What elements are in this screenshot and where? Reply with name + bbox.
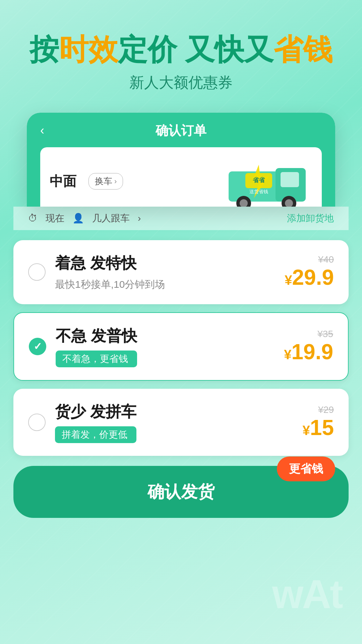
radio-express[interactable] — [28, 263, 46, 281]
change-car-button[interactable]: 换车 › — [88, 173, 123, 190]
svg-text:省省: 省省 — [253, 177, 265, 183]
card-nav: ‹ 确认订单 — [40, 122, 322, 139]
option-express-desc: 最快1秒接单,10分钟到场 — [55, 278, 165, 291]
header-section: 按时效定价 又快又省钱 新人大额优惠券 — [0, 0, 362, 106]
option-express-value: 29.9 — [292, 265, 334, 289]
option-carpool-left: 货少 发拼车 拼着发，价更低 — [28, 401, 136, 443]
subheadline: 新人大额优惠券 — [20, 73, 342, 93]
option-carpool-price: ¥29 ¥15 — [303, 405, 334, 440]
option-normal-currency: ¥ — [284, 347, 291, 362]
truck-illustration: 省省 送货省钱 — [225, 155, 312, 207]
svg-text:送货省钱: 送货省钱 — [249, 189, 268, 194]
options-section: 着急 发特快 最快1秒接单,10分钟到场 ¥40 ¥29.9 不急 发普快 不着… — [13, 240, 349, 456]
headline-text1: 按 — [29, 33, 59, 66]
option-express-left: 着急 发特快 最快1秒接单,10分钟到场 — [28, 253, 165, 291]
option-express-price: ¥40 ¥29.9 — [285, 254, 334, 290]
card-title: 确认订单 — [156, 122, 206, 139]
option-normal-price: ¥35 ¥19.9 — [284, 329, 333, 364]
option-carpool-text: 货少 发拼车 拼着发，价更低 — [55, 401, 136, 443]
option-normal-tag: 不着急，更省钱 — [56, 351, 137, 367]
car-label: 中面 — [50, 172, 76, 191]
radio-normal[interactable] — [29, 338, 46, 355]
option-express[interactable]: 着急 发特快 最快1秒接单,10分钟到场 ¥40 ¥29.9 — [13, 240, 349, 304]
option-normal-current: ¥19.9 — [284, 339, 333, 364]
headline-highlight1: 时效 — [59, 33, 118, 66]
headline-highlight2: 省钱 — [274, 33, 333, 66]
option-carpool-tag: 拼着发，价更低 — [55, 426, 136, 443]
person-icon: 👤 — [72, 213, 84, 224]
watermark-text: wAt — [272, 571, 342, 617]
info-strip: ⏱ 现在 👤 几人跟车 › 添加卸货地 — [13, 207, 349, 230]
save-more-badge: 更省钱 — [277, 457, 335, 481]
option-normal-original: ¥35 — [284, 329, 333, 339]
option-normal-text: 不急 发普快 不着急，更省钱 — [56, 326, 137, 367]
clock-icon: ⏱ — [28, 213, 38, 224]
option-express-currency: ¥ — [285, 273, 292, 287]
change-car-arrow: › — [114, 177, 117, 186]
confirm-button[interactable]: 更省钱 确认发货 — [13, 466, 349, 518]
option-carpool[interactable]: 货少 发拼车 拼着发，价更低 ¥29 ¥15 — [13, 389, 349, 456]
option-carpool-title: 货少 发拼车 — [55, 401, 136, 422]
option-normal[interactable]: 不急 发普快 不着急，更省钱 ¥35 ¥19.9 — [13, 312, 349, 381]
order-card-header: ‹ 确认订单 中面 换车 › — [27, 113, 335, 207]
order-card: ‹ 确认订单 中面 换车 › — [27, 113, 335, 207]
info-arrow: › — [138, 213, 141, 224]
option-express-original: ¥40 — [285, 254, 334, 265]
option-normal-left: 不急 发普快 不着急，更省钱 — [29, 326, 137, 367]
option-normal-value: 19.9 — [291, 340, 333, 364]
change-car-label: 换车 — [95, 175, 112, 187]
card-content-row: 中面 换车 › — [40, 147, 322, 207]
followers-text: 几人跟车 — [92, 212, 130, 225]
confirm-label: 确认发货 — [147, 482, 215, 501]
option-carpool-original: ¥29 — [303, 405, 334, 415]
bottom-section: 更省钱 确认发货 — [13, 466, 349, 518]
radio-carpool[interactable] — [28, 414, 46, 431]
option-normal-title: 不急 发普快 — [56, 326, 137, 346]
option-express-current: ¥29.9 — [285, 265, 334, 290]
option-carpool-currency: ¥ — [303, 423, 310, 438]
option-express-text: 着急 发特快 最快1秒接单,10分钟到场 — [55, 253, 165, 291]
svg-rect-2 — [281, 172, 299, 187]
option-carpool-value: 15 — [310, 416, 334, 440]
add-unload-text[interactable]: 添加卸货地 — [287, 212, 334, 225]
option-carpool-current: ¥15 — [303, 415, 334, 440]
info-strip-left: ⏱ 现在 👤 几人跟车 › — [28, 212, 141, 225]
back-button[interactable]: ‹ — [40, 123, 44, 138]
now-text: 现在 — [46, 212, 64, 225]
headline-text2: 定价 又快又 — [118, 33, 274, 66]
option-express-title: 着急 发特快 — [55, 253, 165, 274]
headline: 按时效定价 又快又省钱 — [20, 34, 342, 66]
